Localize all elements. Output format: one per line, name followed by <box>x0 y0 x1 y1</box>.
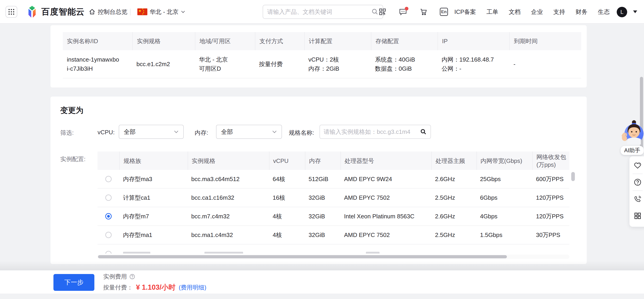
nav-link-icp[interactable]: ICP备案 <box>454 8 476 16</box>
col-header-bandwidth: 内网带宽(Gbps) <box>476 152 532 170</box>
filter-label: 筛选: <box>60 129 74 137</box>
spec-row[interactable]: 内存型ma1 bcc.ma1.c4m32 4核 32GiB AMD EPYC 7… <box>98 226 570 245</box>
nav-link-finance[interactable]: 财务 <box>576 8 588 16</box>
ai-assistant-label[interactable]: AI助手 <box>620 146 644 155</box>
question-circle-icon <box>634 178 642 186</box>
app-grid-menu-button[interactable] <box>6 6 17 18</box>
spec-row[interactable]: 计算型ca1 bcc.ca1.c16m32 16核 32GiB AMD EPYC… <box>98 189 570 207</box>
spec-name-search <box>320 125 431 139</box>
vcpu-filter-select[interactable]: 全部 <box>119 125 184 139</box>
language-en-icon: En <box>440 8 448 16</box>
cell-region: 华北 - 北京可用区D <box>195 50 255 78</box>
chevron-down-icon <box>272 130 277 134</box>
cell-spec: bcc.e1.c2m2 <box>132 50 195 78</box>
cell-payment: 按量付费 <box>255 50 304 78</box>
change-to-panel: 变更为 筛选: vCPU: 全部 内存: 全部 规格名称: 实例配置: 规格族 … <box>50 97 587 264</box>
language-toggle-button[interactable]: En <box>439 7 448 16</box>
spec-name-input[interactable] <box>324 128 420 135</box>
grid-menu-icon <box>8 8 15 15</box>
app-root: 百度智能云 控制台总览 ★★★★★ 华北 - 北京 <box>0 0 644 299</box>
nav-link-enterprise[interactable]: 企业 <box>531 8 543 16</box>
nav-link-support[interactable]: 支持 <box>553 8 565 16</box>
pay-type-label: 按量付费： <box>103 284 133 292</box>
side-toolbar <box>630 156 644 227</box>
col-header-storage: 存储配置 <box>371 32 438 50</box>
vertical-scrollbar-thumb[interactable] <box>571 172 575 181</box>
navbar-links: ICP备案 工单 文档 企业 支持 财务 生态 <box>454 0 610 24</box>
spec-radio[interactable] <box>105 195 112 201</box>
more-tools-button[interactable] <box>633 211 643 221</box>
navbar-divider <box>130 9 130 15</box>
nav-link-tickets[interactable]: 工单 <box>486 8 498 16</box>
messages-button[interactable] <box>398 7 408 16</box>
user-avatar[interactable]: L <box>617 7 627 17</box>
bottom-action-bar: 下一步 实例费用 按量付费： ¥ 1.103/小时 (费用明细) <box>0 270 644 294</box>
price-value: ¥ 1.103/小时 <box>136 283 176 292</box>
cart-icon <box>420 8 427 16</box>
col-header-mem: 内存 <box>305 152 340 170</box>
contact-phone-button[interactable] <box>633 194 643 204</box>
spec-row[interactable]: 内存型ma3 bcc.ma3.c64m512 64核 512GiB AMD EP… <box>98 170 570 189</box>
qr-code-button[interactable] <box>378 7 387 16</box>
spec-row-partial[interactable] <box>98 245 570 254</box>
col-header-spec: 实例规格 <box>132 32 195 50</box>
current-instance-panel: 实例名称/ID 实例规格 地域/可用区 支付方式 计算配置 存储配置 IP 到期… <box>50 25 587 87</box>
col-header-cpu-freq: 处理器主频 <box>432 152 476 170</box>
memory-filter-label: 内存: <box>195 129 208 137</box>
memory-filter-select[interactable]: 全部 <box>216 125 282 139</box>
region-selector[interactable]: ★★★★★ 华北 - 北京 <box>137 0 185 24</box>
cart-button[interactable] <box>419 7 428 16</box>
spec-name-label: 规格名称: <box>289 129 314 137</box>
help-button[interactable] <box>633 177 643 187</box>
col-header-expire: 到期时间 <box>510 32 581 50</box>
vcpu-filter-label: vCPU: <box>98 129 114 136</box>
qr-code-icon <box>378 8 386 16</box>
ai-assistant-widget[interactable]: AI助手 <box>619 119 644 155</box>
spec-table-header: 规格族 实例规格 vCPU 内存 处理器型号 处理器主频 内网带宽(Gbps) … <box>98 152 570 170</box>
fee-label: 实例费用 <box>103 273 127 281</box>
search-icon[interactable] <box>420 128 427 135</box>
global-search-input[interactable] <box>267 8 371 15</box>
col-header-vcpu: vCPU <box>269 152 305 170</box>
cell-compute: vCPU：2核内存：2GiB <box>304 50 371 78</box>
console-overview-link[interactable]: 控制台总览 <box>89 0 127 24</box>
next-step-button[interactable]: 下一步 <box>54 274 94 291</box>
fee-detail-link[interactable]: (费用明细) <box>179 284 206 292</box>
nav-link-ecosystem[interactable]: 生态 <box>598 8 610 16</box>
question-circle-icon[interactable] <box>129 274 135 280</box>
col-header-family: 规格族 <box>120 152 188 170</box>
col-header-pps: 网络收发包(万pps) <box>532 152 570 170</box>
top-navbar: 百度智能云 控制台总览 ★★★★★ 华北 - 北京 <box>0 0 644 24</box>
spec-radio[interactable] <box>105 213 112 220</box>
cell-ip: 内网：192.168.48.7公网：- <box>438 50 510 78</box>
spec-row-selected[interactable]: 内存型m7 bcc.m7.c4m32 4核 32GiB Intel Xeon P… <box>98 207 570 226</box>
home-icon <box>89 8 96 15</box>
phone-icon <box>634 195 642 203</box>
instance-id: i-c7Jib3iH <box>67 64 132 73</box>
ai-assistant-avatar <box>620 119 644 144</box>
current-instance-row: instance-1ymawxbo i-c7Jib3iH bcc.e1.c2m2… <box>63 50 581 78</box>
avatar-initial: L <box>620 9 623 15</box>
brand-name: 百度智能云 <box>42 6 84 17</box>
fee-price-line: 按量付费： ¥ 1.103/小时 (费用明细) <box>103 283 206 292</box>
horizontal-scrollbar-thumb[interactable] <box>98 255 507 258</box>
col-header-compute: 计算配置 <box>304 32 371 50</box>
brand-logo[interactable]: 百度智能云 <box>26 0 84 24</box>
memory-filter-value: 全部 <box>221 128 233 136</box>
search-icon[interactable] <box>371 8 378 15</box>
region-label: 华北 - 北京 <box>150 8 178 16</box>
chevron-down-icon <box>181 10 185 13</box>
console-overview-label: 控制台总览 <box>98 8 127 16</box>
col-header-cpu-model: 处理器型号 <box>340 152 432 170</box>
col-header-radio <box>98 152 120 170</box>
instance-config-label: 实例配置: <box>60 155 86 163</box>
fee-title-line: 实例费用 <box>103 273 135 281</box>
instance-name[interactable]: instance-1ymawxbo <box>67 55 132 64</box>
spec-radio[interactable] <box>105 176 112 182</box>
col-header-spec: 实例规格 <box>188 152 269 170</box>
favorites-button[interactable] <box>633 160 643 170</box>
account-caret-down-icon[interactable] <box>633 10 637 13</box>
spec-radio[interactable] <box>105 232 112 238</box>
nav-link-docs[interactable]: 文档 <box>509 8 520 16</box>
current-instance-table: 实例名称/ID 实例规格 地域/可用区 支付方式 计算配置 存储配置 IP 到期… <box>63 32 581 78</box>
